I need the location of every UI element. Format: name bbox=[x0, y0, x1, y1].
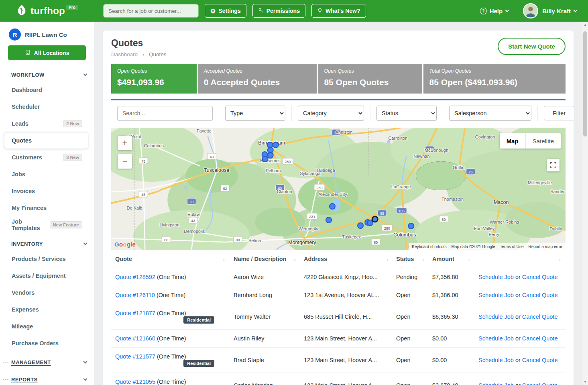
sort-icon[interactable]: ↑↓ bbox=[558, 258, 562, 262]
section-reports[interactable]: REPORTS bbox=[0, 369, 94, 385]
user-menu[interactable]: Billy Kraft bbox=[542, 8, 577, 14]
schedule-job-link[interactable]: Schedule Job bbox=[478, 274, 514, 280]
sidebar-item-customers[interactable]: Customers3 New bbox=[4, 149, 88, 166]
map[interactable]: 45 45 82 43 43 280 280 280 231 80 80 80 … bbox=[111, 128, 566, 250]
zoom-out-button[interactable]: − bbox=[118, 154, 132, 169]
col-amount[interactable]: Amount↑↓ bbox=[428, 250, 474, 268]
quote-link[interactable]: Quote #121577 bbox=[115, 353, 155, 360]
scrollbar-thumb[interactable] bbox=[583, 31, 587, 136]
sort-icon[interactable]: ↑↓ bbox=[385, 257, 388, 262]
status-select[interactable]: Status bbox=[376, 106, 437, 121]
map-marker[interactable] bbox=[262, 156, 268, 162]
scroll-down-arrow[interactable]: ▼ bbox=[582, 379, 588, 385]
cancel-quote-link[interactable]: Cancel Quote bbox=[522, 357, 558, 363]
svg-text:185: 185 bbox=[399, 209, 405, 213]
category-select[interactable]: Category bbox=[298, 106, 364, 121]
section-inventory[interactable]: INVENTORY bbox=[0, 233, 94, 251]
section-management[interactable]: MANAGEMENT bbox=[0, 352, 94, 369]
map-marker[interactable] bbox=[358, 223, 363, 228]
sidebar-item-job-templates[interactable]: Job TemplatesNew Feature bbox=[4, 216, 88, 233]
keyboard-shortcuts-link[interactable]: Keyboard shortcuts bbox=[412, 244, 446, 249]
google-logo[interactable]: Google bbox=[114, 241, 136, 248]
type-select[interactable]: Type bbox=[225, 106, 285, 121]
map-marker-selected[interactable] bbox=[372, 216, 378, 222]
report-map-error-link[interactable]: Report a map error bbox=[529, 244, 562, 249]
section-workflow[interactable]: WORKFLOW bbox=[0, 64, 94, 81]
sidebar-item-scheduler[interactable]: Scheduler bbox=[4, 98, 88, 115]
map-marker[interactable] bbox=[268, 153, 273, 158]
cancel-quote-link[interactable]: Cancel Quote bbox=[522, 274, 558, 280]
quote-link[interactable]: Quote #126110 bbox=[115, 292, 155, 298]
quotes-table: Quote↑↓ Name / Description↑↓ Address↑↓ S… bbox=[111, 250, 566, 385]
fullscreen-button[interactable] bbox=[547, 159, 560, 171]
turfhop-logo[interactable]: turfhop Pro bbox=[0, 4, 94, 18]
sidebar-item-expenses[interactable]: Expenses bbox=[4, 301, 88, 318]
all-locations-button[interactable]: All Locations bbox=[8, 45, 86, 60]
col-name[interactable]: Name / Description↑↓ bbox=[230, 250, 300, 268]
cancel-quote-link[interactable]: Cancel Quote bbox=[522, 292, 558, 298]
sidebar-item-mileage[interactable]: Mileage bbox=[4, 318, 88, 335]
svg-text:80: 80 bbox=[164, 238, 168, 242]
map-marker[interactable] bbox=[408, 223, 414, 229]
sidebar-item-dashboard[interactable]: Dashboard bbox=[4, 81, 88, 98]
top-bar: turfhop Pro ⚙ Settings Permissions What'… bbox=[0, 0, 588, 22]
schedule-job-link[interactable]: Schedule Job bbox=[478, 382, 514, 385]
col-address[interactable]: Address↑↓ bbox=[300, 250, 392, 268]
start-new-quote-button[interactable]: Start New Quote bbox=[498, 38, 566, 55]
sidebar-item-assets-equipment[interactable]: Assets / Equipment bbox=[4, 267, 88, 284]
schedule-job-link[interactable]: Schedule Job bbox=[478, 314, 514, 320]
map-marker[interactable] bbox=[268, 147, 273, 153]
sidebar-item-jobs[interactable]: Jobs bbox=[4, 166, 88, 183]
cancel-quote-link[interactable]: Cancel Quote bbox=[522, 314, 558, 320]
svg-text:43: 43 bbox=[191, 219, 195, 223]
scroll-up-arrow[interactable]: ▲ bbox=[582, 22, 588, 28]
schedule-job-link[interactable]: Schedule Job bbox=[478, 357, 514, 363]
quote-link[interactable]: Quote #121055 bbox=[115, 379, 155, 385]
map-data-text: Map data ©2021 Google bbox=[451, 244, 495, 249]
satellite-view-button[interactable]: Satellite bbox=[525, 133, 561, 149]
salesperson-select[interactable]: Salesperson bbox=[449, 106, 531, 121]
sidebar-item-vendors[interactable]: Vendors bbox=[4, 284, 88, 301]
company-row[interactable]: R RIIPL Lawn Co bbox=[0, 22, 94, 45]
map-canvas[interactable]: 45 45 82 43 43 280 280 280 231 80 80 80 … bbox=[111, 128, 566, 250]
map-label: McDonough bbox=[425, 148, 448, 153]
sidebar-item-my-finances[interactable]: My Finances bbox=[4, 200, 88, 216]
sort-icon[interactable]: ↑↓ bbox=[222, 257, 226, 262]
page-scrollbar[interactable]: ▲ ▼ bbox=[582, 22, 588, 385]
quotes-search-input[interactable] bbox=[117, 106, 213, 121]
map-marker[interactable] bbox=[267, 142, 273, 148]
col-status[interactable]: Status↑↓ bbox=[392, 250, 428, 268]
schedule-job-link[interactable]: Schedule Job bbox=[478, 292, 514, 298]
sidebar-item-products-services[interactable]: Products / Services bbox=[4, 251, 88, 267]
whats-new-button[interactable]: What's New? bbox=[311, 4, 366, 18]
filter-button[interactable]: Filter bbox=[544, 106, 574, 120]
quote-link[interactable]: Quote #121660 bbox=[115, 335, 155, 342]
help-menu[interactable]: ? Help bbox=[480, 8, 509, 14]
sort-icon[interactable]: ↑↓ bbox=[467, 257, 470, 262]
quote-status: Open bbox=[392, 286, 428, 304]
quote-link[interactable]: Quote #121877 bbox=[115, 310, 155, 316]
cancel-quote-link[interactable]: Cancel Quote bbox=[522, 335, 558, 342]
map-view-button[interactable]: Map bbox=[500, 133, 525, 149]
cancel-quote-link[interactable]: Cancel Quote bbox=[522, 382, 558, 385]
avatar[interactable] bbox=[523, 3, 538, 18]
terms-of-use-link[interactable]: Terms of Use bbox=[500, 244, 524, 249]
table-row: Quote #128592 (One Time) Aaron Wize 4220… bbox=[111, 268, 566, 286]
breadcrumb-dashboard[interactable]: Dashboard bbox=[111, 51, 138, 57]
map-marker[interactable] bbox=[330, 204, 335, 209]
sidebar-item-leads[interactable]: Leads2 New bbox=[4, 115, 88, 132]
global-search-input[interactable] bbox=[103, 4, 199, 18]
col-quote[interactable]: Quote↑↓ bbox=[111, 250, 230, 268]
sidebar-item-invoices[interactable]: Invoices bbox=[4, 183, 88, 200]
settings-button[interactable]: ⚙ Settings bbox=[205, 4, 246, 18]
sort-icon[interactable]: ↑↓ bbox=[293, 257, 296, 262]
permissions-button[interactable]: Permissions bbox=[252, 4, 305, 18]
quote-link[interactable]: Quote #128592 bbox=[115, 274, 155, 280]
sidebar-item-quotes[interactable]: Quotes bbox=[4, 132, 88, 149]
sidebar-item-purchase-orders[interactable]: Purchase Orders bbox=[4, 335, 88, 352]
zoom-in-button[interactable]: + bbox=[118, 136, 132, 150]
schedule-job-link[interactable]: Schedule Job bbox=[478, 335, 514, 342]
map-marker[interactable] bbox=[273, 142, 279, 148]
map-marker[interactable] bbox=[326, 217, 332, 223]
sort-icon[interactable]: ↑↓ bbox=[421, 257, 424, 262]
